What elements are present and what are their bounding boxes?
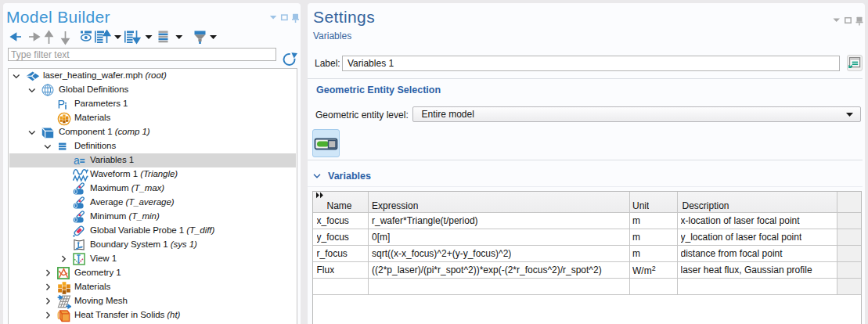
svg-text:a: a	[74, 154, 80, 167]
